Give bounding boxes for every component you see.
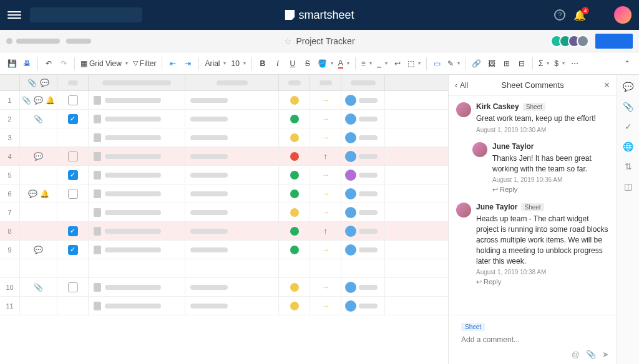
status-cell[interactable] <box>279 147 310 165</box>
outdent-icon[interactable]: ⇤ <box>166 56 180 71</box>
priority-cell[interactable]: → <box>310 278 341 296</box>
bell-icon[interactable]: 🔔 <box>46 96 55 105</box>
priority-cell[interactable]: → <box>310 110 341 128</box>
comment-icon[interactable]: 💬 <box>34 96 43 105</box>
font-size-select[interactable]: 10 <box>229 56 247 71</box>
task-cell[interactable] <box>89 166 185 184</box>
status-cell[interactable] <box>279 166 310 184</box>
text-cell[interactable] <box>185 91 279 109</box>
text-cell[interactable] <box>185 128 279 146</box>
text-color-icon[interactable]: A <box>336 56 351 71</box>
bell-icon[interactable]: 🔔 <box>40 189 49 198</box>
redo-icon[interactable]: ↷ <box>57 56 71 71</box>
comment-input[interactable] <box>461 335 609 344</box>
assignee-cell[interactable] <box>341 259 385 277</box>
assignee-cell[interactable] <box>341 241 385 259</box>
text-cell[interactable] <box>185 203 279 221</box>
task-cell[interactable] <box>89 241 185 259</box>
status-cell[interactable] <box>279 222 310 240</box>
task-cell[interactable] <box>89 91 185 109</box>
comment-icon[interactable]: 💬 <box>34 152 43 161</box>
status-cell[interactable] <box>279 91 310 109</box>
table-row[interactable]: 6💬🔔→ <box>0 184 448 203</box>
status-cell[interactable] <box>279 278 310 296</box>
text-cell[interactable] <box>185 297 279 315</box>
task-cell[interactable] <box>89 110 185 128</box>
table-row[interactable]: 8✓↑ <box>0 222 448 241</box>
text-cell[interactable] <box>185 278 279 296</box>
rail-summary-icon[interactable]: ◫ <box>623 181 634 192</box>
bold-icon[interactable]: B <box>256 56 270 71</box>
checkbox[interactable] <box>68 282 78 292</box>
rail-globe-icon[interactable]: 🌐 <box>623 141 634 152</box>
reply-button[interactable]: ↩ Reply <box>476 278 609 286</box>
format-icon[interactable]: ⬚ <box>406 56 422 71</box>
h-align-icon[interactable]: ≡ <box>359 56 374 71</box>
checkbox[interactable]: ✓ <box>68 114 78 124</box>
link-icon[interactable]: 🔗 <box>470 56 484 71</box>
text-cell[interactable] <box>185 110 279 128</box>
apps-icon[interactable] <box>594 9 605 21</box>
lock-icon[interactable]: ▭ <box>431 56 444 71</box>
italic-icon[interactable]: I <box>271 56 285 71</box>
assignee-cell[interactable] <box>341 128 385 146</box>
star-icon[interactable]: ☆ <box>284 36 292 46</box>
task-cell[interactable] <box>89 203 185 221</box>
text-cell[interactable] <box>185 259 279 277</box>
table-row[interactable]: 1📎💬🔔→ <box>0 91 448 110</box>
assignee-cell[interactable] <box>341 110 385 128</box>
comment-icon[interactable]: 💬 <box>34 246 43 254</box>
text-cell[interactable] <box>185 184 279 203</box>
status-cell[interactable] <box>279 184 310 203</box>
checkbox[interactable] <box>68 95 78 105</box>
share-button[interactable] <box>595 34 633 49</box>
assignee-cell[interactable] <box>341 184 385 203</box>
assignee-cell[interactable] <box>341 91 385 109</box>
currency-icon[interactable]: $ <box>552 56 567 71</box>
filter-button[interactable]: ▽ Filter <box>131 56 159 71</box>
strike-icon[interactable]: S <box>301 56 315 71</box>
task-cell[interactable] <box>89 128 185 146</box>
more-icon[interactable]: ⋯ <box>568 56 582 71</box>
text-cell[interactable] <box>185 166 279 184</box>
assignee-cell[interactable] <box>341 297 385 315</box>
view-switcher[interactable]: ▦ Grid View <box>79 56 130 71</box>
collapse-toolbar-icon[interactable]: ⌃ <box>620 56 634 71</box>
composer-tag[interactable]: Sheet <box>461 323 485 331</box>
wrap-icon[interactable]: ↩ <box>391 56 404 71</box>
checkbox[interactable] <box>68 151 78 161</box>
close-icon[interactable]: ✕ <box>603 80 610 90</box>
priority-cell[interactable] <box>310 259 341 277</box>
status-cell[interactable] <box>279 241 310 259</box>
table-row[interactable]: 11→ <box>0 297 448 315</box>
insert-icon[interactable]: ⊞ <box>500 56 514 71</box>
priority-cell[interactable]: ↑ <box>310 147 341 165</box>
table-row[interactable]: 5✓→ <box>0 166 448 184</box>
remove-icon[interactable]: ⊟ <box>515 56 529 71</box>
checkbox-cell[interactable] <box>57 128 89 146</box>
table-row[interactable]: 3→ <box>0 128 448 147</box>
assignee-cell[interactable] <box>341 278 385 296</box>
checkbox[interactable]: ✓ <box>68 170 78 180</box>
priority-cell[interactable]: → <box>310 166 341 184</box>
task-cell[interactable] <box>89 297 185 315</box>
text-cell[interactable] <box>185 147 279 165</box>
help-icon[interactable]: ? <box>554 9 565 21</box>
checkbox-cell[interactable] <box>57 297 89 315</box>
checkbox-cell[interactable] <box>57 91 89 109</box>
task-cell[interactable] <box>89 222 185 240</box>
table-row[interactable]: 4💬↑ <box>0 147 448 166</box>
checkbox-cell[interactable]: ✓ <box>57 110 89 128</box>
attach-icon[interactable]: 📎 <box>34 115 43 123</box>
checkbox-cell[interactable]: ✓ <box>57 222 89 240</box>
rail-proof-icon[interactable]: ✓ <box>623 121 634 132</box>
fill-color-icon[interactable]: 🪣 <box>316 56 335 71</box>
comment-icon[interactable]: 💬 <box>28 189 37 198</box>
attach-icon[interactable]: 📎 <box>22 96 31 105</box>
checkbox[interactable]: ✓ <box>68 226 78 236</box>
text-cell[interactable] <box>185 222 279 240</box>
menu-button[interactable] <box>7 11 21 19</box>
underline-icon[interactable]: U <box>286 56 300 71</box>
assignee-cell[interactable] <box>341 166 385 184</box>
reply-button[interactable]: ↩ Reply <box>492 186 609 194</box>
